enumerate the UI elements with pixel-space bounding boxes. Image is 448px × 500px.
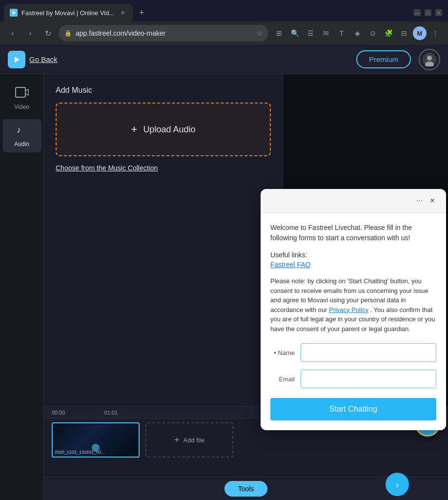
- video-clip-thumbnail: 2020_1222_131831_00...: [53, 423, 139, 457]
- toolbar-icons: ⊞ 🔍 ☰ ✉ T ◈ ⊙ 🧩 ⊟ M ⋮: [272, 26, 442, 40]
- sidebar-video-label: Video: [14, 104, 29, 110]
- email-icon[interactable]: ✉: [319, 26, 333, 40]
- svg-point-5: [427, 56, 432, 61]
- add-file-plus: +: [174, 435, 180, 445]
- premium-button[interactable]: Premium: [356, 50, 411, 68]
- sidebar-item-audio[interactable]: ♪ Audio: [2, 119, 41, 152]
- lock-icon: 🔒: [64, 30, 72, 37]
- tab-bar: Fastreel by Movavi | Online Vid... × + —…: [0, 0, 448, 21]
- sidebar: Video ♪ Audio: [0, 74, 44, 500]
- go-back-label: Go Back: [29, 55, 58, 63]
- bookmark-icon[interactable]: ☆: [256, 29, 263, 37]
- livechat-form: • Name Email Start Chatting: [270, 343, 436, 420]
- next-arrow-icon: ›: [396, 479, 399, 490]
- svg-text:♪: ♪: [17, 125, 21, 135]
- main-area: Video ♪ Audio Add Music + Upload Audio: [0, 74, 448, 500]
- address-text: app.fastreel.com/video-maker: [76, 29, 252, 37]
- minimize-btn[interactable]: —: [414, 9, 421, 16]
- close-window-btn[interactable]: ×: [435, 9, 442, 16]
- puzzle-icon[interactable]: 🧩: [382, 26, 395, 40]
- livechat-header-actions: ··· ×: [416, 195, 438, 207]
- email-label: Email: [270, 375, 295, 383]
- sidebar-item-video[interactable]: Video: [2, 82, 41, 115]
- svg-rect-7: [16, 87, 25, 97]
- menu-icon[interactable]: ⋮: [428, 26, 442, 40]
- reader-icon[interactable]: ☰: [304, 26, 317, 40]
- livechat-welcome-text: Welcome to Fastreel Livechat. Please fil…: [270, 223, 436, 243]
- content-panel: Add Music + Upload Audio Choose from the…: [44, 74, 283, 406]
- user-avatar[interactable]: [419, 49, 440, 70]
- livechat-useful-links: Useful links:: [270, 251, 436, 259]
- search-icon[interactable]: 🔍: [288, 26, 302, 40]
- sidebar-audio-label: Audio: [14, 141, 29, 147]
- refresh-button[interactable]: ↻: [41, 26, 55, 40]
- add-file-label: Add file: [183, 437, 204, 444]
- translate-icon[interactable]: T: [335, 26, 348, 40]
- time-marker-0: 00:00: [52, 410, 65, 416]
- back-button[interactable]: ‹: [6, 26, 20, 40]
- section-title: Add Music: [56, 86, 271, 95]
- name-form-row: • Name: [270, 343, 436, 362]
- bottom-bar: Tools ›: [44, 477, 448, 500]
- livechat-close-button[interactable]: ×: [427, 195, 438, 207]
- email-input[interactable]: [301, 370, 436, 388]
- tools-button[interactable]: Tools: [224, 481, 268, 497]
- upload-audio-button[interactable]: + Upload Audio: [56, 103, 271, 156]
- wallet-icon[interactable]: ◈: [350, 26, 364, 40]
- go-back-button[interactable]: Go Back: [8, 51, 58, 68]
- active-tab[interactable]: Fastreel by Movavi | Online Vid... ×: [4, 4, 133, 21]
- next-button[interactable]: ›: [386, 473, 409, 496]
- livechat-header: ··· ×: [261, 189, 446, 213]
- extensions-icon[interactable]: ⊞: [272, 26, 286, 40]
- profile-avatar[interactable]: M: [413, 26, 427, 40]
- tab-close-btn[interactable]: ×: [118, 8, 127, 17]
- livechat-privacy-link[interactable]: Privacy Policy: [329, 306, 368, 313]
- livechat-faq-link[interactable]: Fastreel FAQ: [270, 261, 436, 269]
- livechat-menu-btn[interactable]: ···: [416, 196, 423, 205]
- email-form-row: Email: [270, 370, 436, 388]
- name-input[interactable]: [301, 343, 436, 362]
- video-clip[interactable]: 2020_1222_131831_00...: [52, 422, 140, 458]
- browser-controls: ‹ › ↻ 🔒 app.fastreel.com/video-maker ☆ ⊞…: [0, 21, 448, 45]
- video-icon: [15, 87, 29, 101]
- maximize-btn[interactable]: □: [425, 9, 431, 16]
- app-header: Go Back Premium: [0, 45, 448, 74]
- browser-chrome: Fastreel by Movavi | Online Vid... × + —…: [0, 0, 448, 45]
- tab-title: Fastreel by Movavi | Online Vid...: [21, 9, 114, 17]
- clip-indicator: [92, 444, 100, 452]
- address-bar[interactable]: 🔒 app.fastreel.com/video-maker ☆: [59, 25, 268, 42]
- app-container: Go Back Premium Video ♪ Audio: [0, 45, 448, 500]
- add-file-button[interactable]: + Add file: [145, 422, 233, 458]
- upload-plus-icon: +: [131, 123, 138, 136]
- devices-icon[interactable]: ⊟: [397, 26, 411, 40]
- time-marker-1: 01:01: [104, 410, 118, 416]
- app-logo: [8, 51, 25, 68]
- start-chatting-button[interactable]: Start Chatting: [270, 398, 436, 420]
- livechat-notice: Please note: by clicking on 'Start Chatt…: [270, 276, 436, 333]
- livechat-widget: ··· × Welcome to Fastreel Livechat. Plea…: [261, 189, 446, 430]
- music-collection-link[interactable]: Choose from the Music Collection: [56, 164, 271, 172]
- upload-audio-label: Upload Audio: [143, 125, 195, 135]
- vpn-icon[interactable]: ⊙: [366, 26, 380, 40]
- tab-favicon: [10, 9, 18, 17]
- forward-button[interactable]: ›: [23, 26, 37, 40]
- livechat-body: Welcome to Fastreel Livechat. Please fil…: [261, 213, 446, 430]
- audio-icon: ♪: [16, 124, 28, 138]
- new-tab-button[interactable]: +: [135, 6, 148, 20]
- name-label: • Name: [270, 349, 295, 356]
